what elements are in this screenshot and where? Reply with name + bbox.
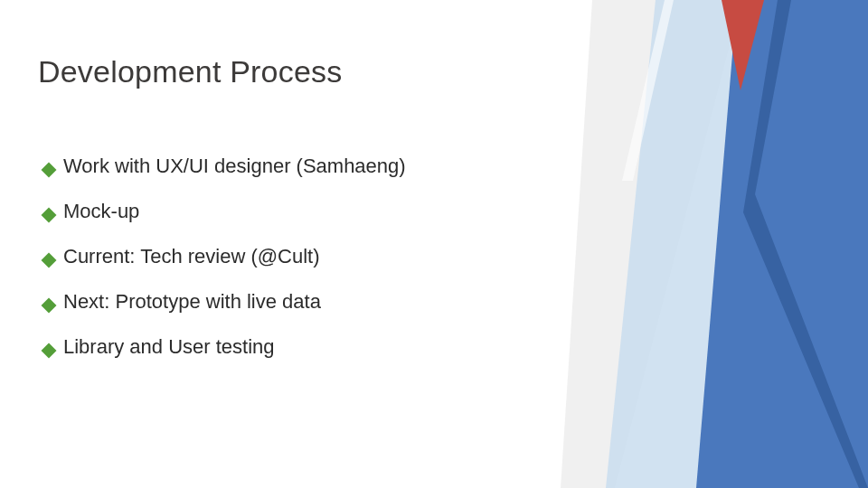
diamond-bullet-icon: [42, 298, 57, 314]
list-item: Library and User testing: [43, 335, 642, 359]
bullet-text: Work with UX/UI designer (Samhaeng): [63, 155, 406, 178]
bullet-text: Library and User testing: [63, 335, 275, 359]
list-item: Next: Prototype with live data: [43, 290, 642, 314]
diamond-bullet-icon: [42, 163, 57, 178]
bullet-text: Mock-up: [63, 200, 139, 223]
bullet-list: Work with UX/UI designer (Samhaeng) Mock…: [38, 155, 642, 359]
bullet-text: Current: Tech review (@Cult): [63, 245, 320, 268]
list-item: Mock-up: [43, 200, 642, 223]
svg-marker-4: [743, 0, 868, 488]
list-item: Current: Tech review (@Cult): [43, 245, 642, 268]
slide-content: Development Process Work with UX/UI desi…: [38, 54, 642, 380]
bullet-text: Next: Prototype with live data: [63, 290, 321, 314]
svg-marker-2: [696, 0, 868, 488]
diamond-bullet-icon: [42, 253, 57, 268]
diamond-bullet-icon: [42, 208, 57, 223]
svg-marker-3: [722, 0, 764, 90]
list-item: Work with UX/UI designer (Samhaeng): [43, 155, 642, 178]
diamond-bullet-icon: [42, 343, 57, 359]
slide-title: Development Process: [38, 54, 642, 89]
